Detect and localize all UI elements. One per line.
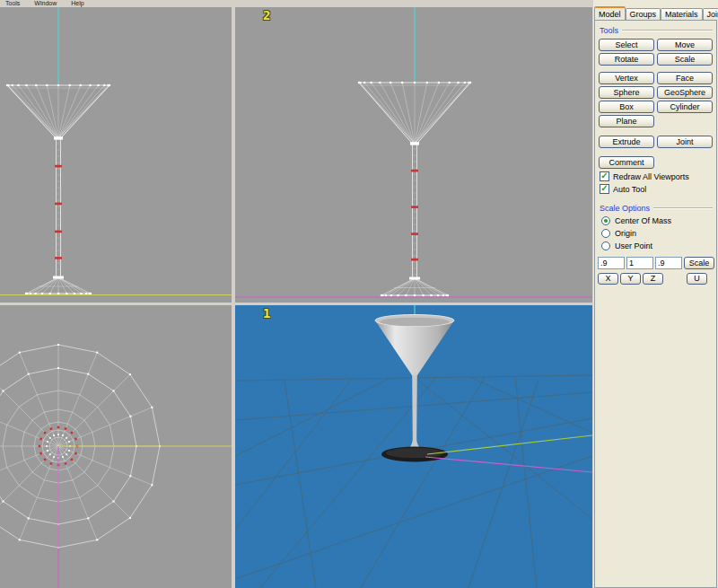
scale-tool-button[interactable]: Scale bbox=[657, 53, 713, 66]
extrude-button[interactable]: Extrude bbox=[599, 136, 654, 148]
joint-button[interactable]: Joint bbox=[657, 136, 713, 148]
auto-tool-checkbox[interactable] bbox=[600, 184, 609, 194]
viewport-3d-shaded[interactable]: 1 bbox=[235, 305, 592, 588]
viewport-1-label: 1 bbox=[263, 306, 270, 320]
axis-z-button[interactable]: Z bbox=[643, 273, 663, 285]
tools-header-rule bbox=[622, 30, 713, 31]
auto-tool-row: Auto Tool bbox=[600, 184, 716, 194]
side-panel: Model Groups Materials Joints Tools Sele… bbox=[593, 0, 718, 588]
user-point-row: User Point bbox=[601, 241, 716, 250]
axis-buttons-row: X Y Z U bbox=[598, 273, 714, 285]
tools-header-label: Tools bbox=[600, 26, 618, 35]
scale-z-input[interactable] bbox=[655, 257, 682, 269]
rotate-button[interactable]: Rotate bbox=[599, 53, 654, 66]
move-button[interactable]: Move bbox=[657, 39, 713, 51]
axis-y-button[interactable]: Y bbox=[620, 273, 641, 285]
tab-model[interactable]: Model bbox=[594, 6, 626, 20]
milkshape-window: Tools Window Help 2 1 Model Groups Mater… bbox=[0, 0, 718, 588]
menu-tools[interactable]: Tools bbox=[5, 0, 20, 7]
tool-buttons: Select Move Rotate Scale Vertex Face Sph… bbox=[595, 39, 716, 169]
tools-section-header: Tools bbox=[600, 26, 713, 35]
origin-label: Origin bbox=[615, 229, 636, 238]
perspective-canvas bbox=[235, 305, 592, 588]
viewport-side-wireframe[interactable]: 2 bbox=[235, 7, 592, 303]
user-point-label: User Point bbox=[615, 241, 652, 250]
origin-row: Origin bbox=[601, 229, 716, 238]
auto-tool-label: Auto Tool bbox=[613, 185, 646, 194]
panel-tabs: Model Groups Materials Joints bbox=[594, 6, 717, 20]
plane-button[interactable]: Plane bbox=[599, 115, 654, 127]
model-tab-page: Tools Select Move Rotate Scale Vertex Fa… bbox=[594, 20, 717, 588]
center-of-mass-row: Center Of Mass bbox=[601, 216, 716, 225]
scale-x-input[interactable] bbox=[598, 257, 625, 269]
spacer bbox=[599, 150, 713, 156]
sphere-button[interactable]: Sphere bbox=[599, 86, 654, 99]
face-button[interactable]: Face bbox=[657, 72, 713, 84]
scale-options-section-header: Scale Options bbox=[600, 204, 713, 213]
box-button[interactable]: Box bbox=[599, 101, 654, 113]
select-button[interactable]: Select bbox=[599, 39, 654, 51]
scale-apply-button[interactable]: Scale bbox=[684, 257, 714, 269]
axis-u-button[interactable]: U bbox=[687, 273, 707, 285]
viewport-front-wireframe[interactable] bbox=[0, 7, 232, 303]
scale-options-header-rule bbox=[653, 207, 713, 209]
spacer bbox=[595, 194, 716, 200]
center-of-mass-label: Center Of Mass bbox=[615, 216, 671, 225]
side-wireframe-canvas bbox=[235, 7, 592, 303]
tab-joints[interactable]: Joints bbox=[703, 8, 718, 20]
user-point-radio[interactable] bbox=[601, 241, 610, 250]
menu-bar: Tools Window Help bbox=[0, 0, 593, 7]
origin-radio[interactable] bbox=[601, 229, 610, 238]
scale-y-input[interactable] bbox=[626, 257, 653, 269]
cylinder-button[interactable]: Cylinder bbox=[657, 101, 713, 113]
front-wireframe-canvas bbox=[0, 7, 232, 303]
menu-help[interactable]: Help bbox=[71, 0, 83, 7]
comment-button[interactable]: Comment bbox=[599, 156, 654, 169]
geosphere-button[interactable]: GeoSphere bbox=[657, 86, 713, 99]
center-of-mass-radio[interactable] bbox=[601, 216, 610, 225]
tab-groups[interactable]: Groups bbox=[626, 8, 661, 20]
vertex-button[interactable]: Vertex bbox=[599, 72, 654, 84]
viewport-2-label: 2 bbox=[263, 8, 270, 22]
spacer bbox=[599, 129, 713, 136]
redraw-all-viewports-label: Redraw All Viewports bbox=[613, 172, 689, 181]
redraw-all-viewports-checkbox[interactable] bbox=[600, 171, 609, 181]
scale-options-header-label: Scale Options bbox=[600, 204, 650, 213]
redraw-all-viewports-row: Redraw All Viewports bbox=[600, 171, 716, 181]
axis-x-button[interactable]: X bbox=[598, 273, 618, 285]
scale-values-row: Scale bbox=[598, 257, 714, 269]
top-wireframe-canvas bbox=[0, 305, 232, 588]
tab-materials[interactable]: Materials bbox=[661, 8, 703, 20]
viewport-top-wireframe[interactable] bbox=[0, 305, 232, 588]
menu-window[interactable]: Window bbox=[34, 0, 57, 7]
